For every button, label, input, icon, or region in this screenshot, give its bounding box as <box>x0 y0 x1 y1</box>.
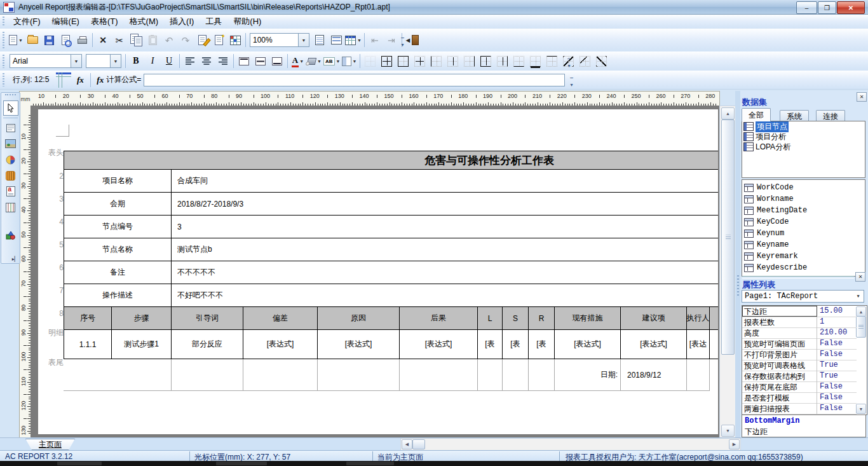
detail-cell[interactable]: 部分反应 <box>172 330 243 359</box>
valign-top-button[interactable] <box>236 54 252 68</box>
menu-item-3[interactable]: 格式(M) <box>124 15 165 29</box>
info-label-cell[interactable]: 会期 <box>64 193 172 216</box>
diagonal-half-button[interactable] <box>578 54 593 68</box>
property-value[interactable]: False <box>817 403 857 414</box>
redo-button[interactable]: ↷ <box>178 32 193 48</box>
close-field-list-icon[interactable]: ✕ <box>855 272 865 282</box>
font-name-combo[interactable]: Arial▼ <box>10 54 82 68</box>
page-tab-main[interactable]: 主页面 <box>25 439 75 450</box>
richtext-tool[interactable] <box>3 184 18 199</box>
property-value[interactable]: 210.00 <box>817 327 857 338</box>
column-header-cell[interactable]: 引导词 <box>172 307 243 330</box>
report-title-row[interactable]: 危害与可操作性分析工作表 <box>64 151 718 170</box>
property-row[interactable]: 预览时可编辑页面False <box>742 338 857 350</box>
detail-cell[interactable] <box>710 330 718 359</box>
align-left-button[interactable] <box>182 54 198 68</box>
copy-button[interactable] <box>128 32 144 48</box>
image-tool[interactable] <box>3 136 18 151</box>
scroll-down-icon[interactable]: ▼ <box>721 425 735 437</box>
column-tool[interactable] <box>3 200 18 215</box>
zoom-combo[interactable]: 100%▼ <box>250 33 309 47</box>
dataset-field-item[interactable]: Keydescribe <box>742 262 865 273</box>
toolbar-overflow-icon[interactable]: ▾ <box>566 59 573 68</box>
cut-button[interactable]: ✂ <box>112 32 127 48</box>
detail-cell[interactable]: [表 <box>478 330 503 359</box>
border-preset-button[interactable]: ▼ <box>342 54 357 68</box>
property-row[interactable]: 报表栏数1 <box>742 317 857 328</box>
info-label-cell[interactable]: 节点编号 <box>64 216 172 238</box>
dataset-field-item[interactable]: KeyCode <box>742 216 865 228</box>
menu-item-6[interactable]: 帮助(H) <box>227 15 267 29</box>
underline-button[interactable]: U <box>161 54 177 68</box>
text-box-tool[interactable] <box>3 120 18 135</box>
border-right-button[interactable] <box>462 54 477 68</box>
property-value[interactable]: True <box>817 371 857 381</box>
formula-input[interactable] <box>144 74 565 86</box>
column-header-cell[interactable]: 建议项 <box>621 307 687 330</box>
exit-button[interactable]: ◂ <box>405 32 420 48</box>
print-button[interactable] <box>74 32 90 48</box>
page-setup-button[interactable] <box>312 32 327 48</box>
close-button[interactable]: ✕ <box>837 1 865 14</box>
border-top-button[interactable] <box>545 54 560 68</box>
toolbar-grip[interactable] <box>2 73 5 86</box>
horizontal-splitter[interactable] <box>742 276 854 278</box>
new-button[interactable]: ▼ <box>8 32 24 48</box>
palette-grip[interactable] <box>5 94 16 99</box>
column-header-cell[interactable] <box>710 307 718 330</box>
property-value[interactable]: 15.00 <box>817 306 857 317</box>
detail-cell[interactable]: [表达式] <box>243 330 318 359</box>
footer-cell[interactable] <box>64 359 172 391</box>
table-grid-button[interactable]: ▼ <box>345 32 362 48</box>
info-label-cell[interactable]: 操作描述 <box>64 284 172 307</box>
scroll-up-icon[interactable]: ▲ <box>856 306 866 317</box>
property-row[interactable]: 高度210.00 <box>742 327 857 339</box>
edit-formula-button[interactable] <box>194 32 210 48</box>
column-header-cell[interactable]: R <box>529 307 555 330</box>
info-value-cell[interactable]: 2018/8/27-2018/9/3 <box>172 193 718 216</box>
detail-cell[interactable]: [表达式] <box>621 330 687 359</box>
barcode-tool[interactable] <box>3 168 18 183</box>
detail-cell[interactable]: [表 <box>529 330 555 359</box>
toolbar-overflow-icon[interactable]: ▾ <box>568 78 575 87</box>
save-button[interactable] <box>41 32 57 48</box>
column-header-cell[interactable]: 步骤 <box>112 307 172 330</box>
cell-grid-button[interactable] <box>56 72 71 88</box>
toolbar-overflow-icon[interactable]: ▾ <box>399 38 406 47</box>
scroll-up-icon[interactable]: ▲ <box>721 107 735 120</box>
italic-button[interactable]: I <box>145 54 160 68</box>
dataset-table-item[interactable]: 项目分析 <box>742 132 865 142</box>
property-object-selector[interactable]: Page1: TAcReport ▼ <box>742 290 864 303</box>
property-row[interactable]: 保持页尾在底部False <box>742 381 857 393</box>
property-row[interactable]: 是否套打模板False <box>742 392 857 404</box>
toolbar-grip[interactable] <box>2 55 5 68</box>
border-box-left-button[interactable] <box>478 54 494 68</box>
detail-cell[interactable]: [表达 <box>687 330 710 359</box>
column-header-cell[interactable]: 序号 <box>64 307 112 330</box>
menu-item-1[interactable]: 编辑(E) <box>46 15 85 29</box>
menu-item-0[interactable]: 文件(F) <box>8 15 46 29</box>
scroll-right-icon[interactable]: ▶ <box>729 439 740 449</box>
dataset-table-item[interactable]: 项目节点 <box>742 121 865 132</box>
footer-cell[interactable] <box>503 359 529 391</box>
border-none-button[interactable] <box>363 54 378 68</box>
scroll-down-icon[interactable]: ▼ <box>856 404 866 414</box>
info-label-cell[interactable]: 节点名称 <box>64 238 172 261</box>
diagonal-up-button[interactable] <box>594 54 609 68</box>
info-value-cell[interactable]: 3 <box>172 216 718 238</box>
property-row[interactable]: 两遍扫描报表False <box>742 403 857 415</box>
dataset-field-item[interactable]: Workname <box>742 193 865 205</box>
shift-left-button[interactable]: ⇤ <box>367 32 383 48</box>
dataset-tab-全部[interactable]: 全部 <box>742 108 771 121</box>
column-header-cell[interactable]: 偏差 <box>243 307 318 330</box>
footer-cell[interactable] <box>529 359 555 391</box>
border-underline-button[interactable] <box>528 54 543 68</box>
border-outer-button[interactable] <box>396 54 411 68</box>
property-row[interactable]: 保存数据表结构到True <box>742 371 857 382</box>
border-bottom-button[interactable] <box>512 54 527 68</box>
column-header-cell[interactable]: 后果 <box>400 307 478 330</box>
palette-expand-icon[interactable]: ▸▏ <box>12 256 18 262</box>
property-value[interactable]: False <box>817 392 857 403</box>
insert-table-button[interactable] <box>227 32 243 48</box>
print-preview-button[interactable] <box>58 32 73 48</box>
